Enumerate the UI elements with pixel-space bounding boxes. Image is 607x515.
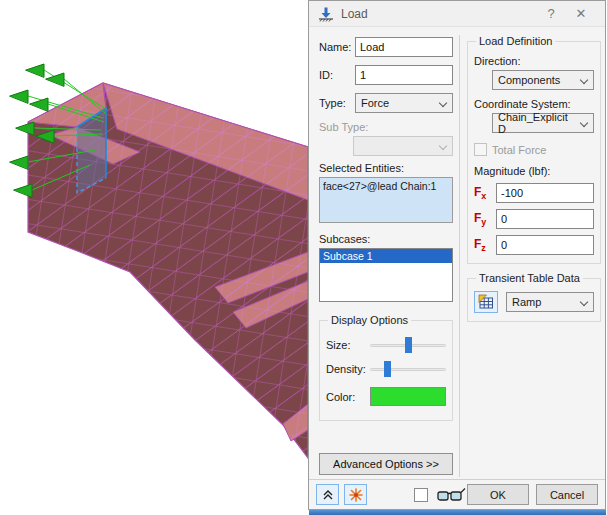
highlight-button[interactable] — [344, 484, 367, 505]
load-dialog: Load ? ✕ Name: ID: Type: For — [308, 0, 606, 510]
preview-checkbox[interactable] — [414, 488, 428, 502]
transient-table-group: Transient Table Data Ramp — [467, 272, 601, 322]
collapse-dialog-button[interactable] — [316, 484, 339, 505]
type-select[interactable]: Force — [355, 93, 453, 113]
subtype-label: Sub Type: — [319, 121, 453, 133]
transient-table-button[interactable] — [474, 291, 498, 313]
selected-entities-label: Selected Entities: — [319, 162, 453, 174]
color-label: Color: — [326, 391, 370, 403]
transient-table-icon — [478, 294, 494, 310]
mesh-model — [0, 0, 308, 515]
id-label: ID: — [319, 69, 355, 81]
chevrons-up-icon — [322, 489, 334, 501]
chevron-down-icon — [439, 99, 447, 107]
fy-input[interactable] — [496, 209, 594, 229]
slider-thumb[interactable] — [405, 337, 412, 353]
screen: Load ? ✕ Name: ID: Type: For — [0, 0, 607, 515]
fx-input[interactable] — [496, 183, 594, 203]
density-label: Density: — [326, 363, 370, 375]
model-viewport[interactable] — [0, 0, 308, 515]
left-panel: Name: ID: Type: Force Sub Type: — [319, 37, 453, 475]
coordinate-system-label: Coordinate System: — [474, 98, 594, 110]
slider-thumb[interactable] — [384, 361, 391, 377]
direction-select[interactable]: Components — [492, 70, 594, 90]
chevron-down-icon — [580, 76, 588, 84]
name-input[interactable] — [355, 37, 453, 57]
display-options-title: Display Options — [328, 314, 411, 326]
size-label: Size: — [326, 339, 370, 351]
slider-track — [370, 368, 446, 371]
close-button[interactable]: ✕ — [566, 6, 596, 21]
advanced-options-button[interactable]: Advanced Options >> — [319, 453, 453, 475]
selected-entities-box[interactable]: face<27>@lead Chain:1 — [319, 177, 453, 223]
subtype-select — [353, 136, 453, 156]
fz-label: Fz — [474, 237, 496, 253]
list-item[interactable]: Subcase 1 — [320, 249, 452, 263]
display-options-group: Display Options Size: Density: — [319, 314, 453, 421]
chevron-down-icon — [580, 298, 588, 306]
fz-input[interactable] — [496, 235, 594, 255]
window-edge-strip — [309, 510, 606, 515]
help-button[interactable]: ? — [536, 6, 566, 21]
load-arrow-icon — [318, 6, 334, 22]
cancel-button[interactable]: Cancel — [536, 484, 598, 505]
chevron-down-icon — [439, 142, 447, 150]
dialog-title: Load — [341, 7, 368, 21]
glasses-icon[interactable] — [436, 487, 466, 503]
name-label: Name: — [319, 41, 355, 53]
column-divider — [459, 35, 460, 477]
subcases-label: Subcases: — [319, 233, 453, 245]
total-force-checkbox — [474, 143, 487, 156]
subcases-list[interactable]: Subcase 1 — [319, 248, 453, 302]
total-force-label: Total Force — [492, 144, 546, 156]
size-slider[interactable] — [370, 336, 446, 354]
right-panel: Load Definition Direction: Components Co… — [467, 35, 601, 322]
model-body — [28, 83, 308, 458]
dialog-titlebar[interactable]: Load ? ✕ — [309, 1, 605, 27]
id-input[interactable] — [355, 65, 453, 85]
coordinate-system-select[interactable]: Chain_Explicit D — [492, 113, 594, 133]
density-slider[interactable] — [370, 360, 446, 378]
magnitude-label: Magnitude (lbf): — [474, 165, 594, 177]
load-definition-title: Load Definition — [476, 35, 555, 47]
direction-label: Direction: — [474, 55, 594, 67]
dialog-content: Name: ID: Type: Force Sub Type: — [309, 27, 605, 479]
load-definition-group: Load Definition Direction: Components Co… — [467, 35, 601, 264]
dialog-footer: OK Cancel — [309, 479, 605, 509]
transient-table-select[interactable]: Ramp — [506, 292, 594, 312]
fy-label: Fy — [474, 211, 496, 227]
color-swatch[interactable] — [370, 387, 446, 406]
transient-table-title: Transient Table Data — [476, 272, 583, 284]
fx-label: Fx — [474, 185, 496, 201]
ok-button[interactable]: OK — [467, 484, 529, 505]
chevron-down-icon — [580, 119, 588, 127]
type-label: Type: — [319, 97, 355, 109]
starburst-icon — [349, 488, 363, 502]
